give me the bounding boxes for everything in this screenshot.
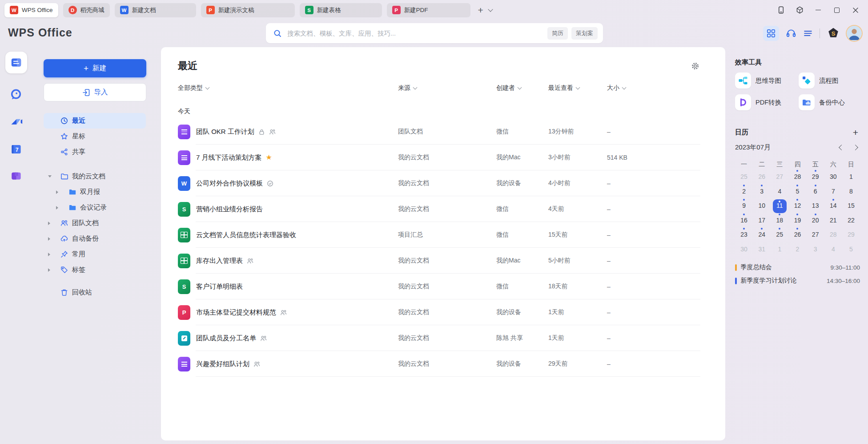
- sidebar-item-frequent[interactable]: 常用: [44, 246, 146, 262]
- user-avatar[interactable]: [847, 26, 862, 41]
- file-row[interactable]: 客户订单明细表 ★ 我的云文档 微信 18天前 –: [161, 274, 725, 299]
- search-input[interactable]: [286, 29, 544, 37]
- calendar-day[interactable]: 31: [753, 242, 771, 257]
- rail-calendar-button[interactable]: 7: [10, 143, 22, 155]
- sidebar-item-trash[interactable]: 回收站: [44, 285, 146, 300]
- calendar-day[interactable]: 14: [824, 198, 842, 213]
- file-row[interactable]: 团队成员及分工名单 ★ 我的云文档 陈旭 共享 1天前 –: [161, 325, 725, 351]
- tab-new-spreadsheet[interactable]: S 新建表格: [300, 3, 382, 17]
- calendar-day[interactable]: 27: [771, 170, 788, 184]
- tool-pdf-convert[interactable]: PDF转换: [735, 94, 799, 110]
- membership-badge[interactable]: S: [827, 27, 840, 40]
- tool-flowchart[interactable]: 流程图: [799, 73, 862, 89]
- calendar-day[interactable]: 28: [824, 227, 842, 242]
- calendar-day[interactable]: 30: [824, 170, 842, 184]
- event-quarterly-summary[interactable]: 季度总结会 9:30–11:00: [735, 261, 860, 274]
- filter-source[interactable]: 来源: [398, 84, 496, 92]
- calendar-day[interactable]: 4: [824, 242, 842, 257]
- caret-right-icon[interactable]: [56, 190, 58, 194]
- calendar-day[interactable]: 25: [735, 170, 753, 184]
- caret-right-icon[interactable]: [48, 268, 50, 272]
- filter-size[interactable]: 大小: [607, 84, 700, 92]
- file-row[interactable]: 市场主体登记提交材料规范 ★ 我的云文档 我的设备 1天前 –: [161, 299, 725, 325]
- calendar-day[interactable]: 19: [788, 213, 806, 228]
- search-tag-resume[interactable]: 简历: [547, 27, 568, 40]
- file-row[interactable]: 团队 OKR 工作计划 ★ 团队文档 微信 13分钟前 –: [161, 119, 725, 145]
- caret-right-icon[interactable]: [48, 253, 50, 256]
- calendar-day[interactable]: 7: [824, 184, 842, 199]
- tab-wps-home[interactable]: W WPS Office: [4, 3, 58, 17]
- next-month-icon[interactable]: [852, 145, 858, 150]
- caret-right-icon[interactable]: [48, 222, 50, 225]
- filter-all-types[interactable]: 全部类型: [178, 84, 398, 92]
- search-tag-proposal[interactable]: 策划案: [571, 27, 598, 40]
- sidebar-item-tags[interactable]: 标签: [44, 262, 146, 278]
- sidebar-item-team-docs[interactable]: 团队文档: [44, 215, 146, 231]
- calendar-day[interactable]: 25: [771, 227, 788, 242]
- calendar-day[interactable]: 2: [735, 184, 753, 199]
- maximize-button[interactable]: [830, 4, 844, 17]
- filter-creator[interactable]: 创建者: [496, 84, 548, 92]
- filter-last-viewed[interactable]: 最近查看: [548, 84, 607, 92]
- file-row[interactable]: 云文档管人员信息统计表理器验收 ★ 项目汇总 微信 15天前 –: [161, 222, 725, 248]
- close-button[interactable]: [848, 4, 863, 17]
- calendar-day[interactable]: 26: [753, 170, 771, 184]
- calendar-day[interactable]: 23: [735, 227, 753, 242]
- file-row[interactable]: 营销小组业绩分析报告 ★ 我的云文档 微信 4天前 –: [161, 196, 725, 222]
- calendar-day[interactable]: 29: [807, 170, 824, 184]
- settings-gear-icon[interactable]: [691, 62, 699, 70]
- calendar-day[interactable]: 29: [842, 227, 860, 242]
- tab-new-presentation[interactable]: P 新建演示文稿: [201, 3, 295, 17]
- tab-new-pdf[interactable]: P 新建PDF: [387, 3, 470, 17]
- rail-meeting-button[interactable]: [9, 115, 23, 129]
- calendar-day[interactable]: 17: [753, 213, 771, 228]
- new-button[interactable]: + 新建: [44, 59, 146, 77]
- rail-chat-button[interactable]: [10, 88, 22, 101]
- minimize-button[interactable]: [811, 4, 825, 17]
- sidebar-item-meeting-notes[interactable]: 会议记录: [44, 200, 146, 215]
- sidebar-item-starred[interactable]: 星标: [44, 129, 146, 144]
- tool-backup-center[interactable]: 备份中心: [799, 94, 862, 110]
- event-study-plan-discussion[interactable]: 新季度学习计划讨论 14:30–16:00: [735, 274, 860, 287]
- caret-right-icon[interactable]: [56, 206, 58, 210]
- calendar-day[interactable]: 11: [771, 198, 788, 213]
- sidebar-item-auto-backup[interactable]: 自动备份: [44, 231, 146, 246]
- search-bar[interactable]: 简历 策划案: [266, 23, 603, 43]
- calendar-day[interactable]: 15: [842, 198, 860, 213]
- prev-month-icon[interactable]: [839, 145, 844, 150]
- calendar-day[interactable]: 1: [842, 170, 860, 184]
- calendar-day[interactable]: 1: [771, 242, 788, 257]
- file-row[interactable]: 库存出入管理表 ★ 我的云文档 我的Mac 5小时前 –: [161, 248, 725, 274]
- calendar-day[interactable]: 22: [842, 213, 860, 228]
- sidebar-item-shared[interactable]: 共享: [44, 144, 146, 160]
- import-button[interactable]: 导入: [44, 83, 146, 101]
- calendar-day[interactable]: 21: [824, 213, 842, 228]
- calendar-day[interactable]: 27: [807, 227, 824, 242]
- tab-new-document[interactable]: W 新建文档: [115, 3, 196, 17]
- calendar-day[interactable]: 16: [735, 213, 753, 228]
- sidebar-item-my-cloud-docs[interactable]: 我的云文档: [44, 169, 146, 184]
- calendar-day[interactable]: 28: [788, 170, 806, 184]
- calendar-day[interactable]: 3: [753, 184, 771, 199]
- file-row[interactable]: 7 月线下活动策划方案 ★ 我的云文档 我的Mac 3小时前 514 KB: [161, 145, 725, 170]
- main-menu-icon[interactable]: [803, 28, 813, 38]
- support-headset-icon[interactable]: [786, 28, 796, 39]
- new-tab-button[interactable]: +: [478, 6, 483, 15]
- calendar-day[interactable]: 8: [842, 184, 860, 199]
- rail-docs-button[interactable]: [5, 52, 27, 73]
- calendar-day[interactable]: 13: [807, 198, 824, 213]
- caret-down-icon[interactable]: [48, 175, 52, 178]
- calendar-day[interactable]: 26: [788, 227, 806, 242]
- tool-mindmap[interactable]: 思维导图: [735, 73, 799, 89]
- calendar-day[interactable]: 5: [788, 184, 806, 199]
- sidebar-item-recent[interactable]: 最近: [44, 113, 146, 129]
- tab-docer-store[interactable]: D 稻壳商城: [63, 3, 110, 17]
- calendar-day[interactable]: 6: [807, 184, 824, 199]
- calendar-day[interactable]: 5: [842, 242, 860, 257]
- file-row[interactable]: 兴趣爱好组队计划 ★ 我的云文档 我的设备 29天前 –: [161, 351, 725, 377]
- calendar-day[interactable]: 20: [807, 213, 824, 228]
- tab-list-dropdown-icon[interactable]: [488, 7, 493, 12]
- calendar-day[interactable]: 10: [753, 198, 771, 213]
- calendar-day[interactable]: 12: [788, 198, 806, 213]
- sidebar-item-bimonthly-report[interactable]: 双月报: [44, 184, 146, 200]
